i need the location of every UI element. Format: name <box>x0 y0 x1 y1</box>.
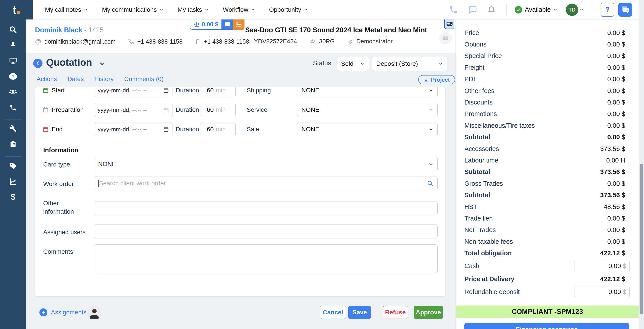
assigned-users-input[interactable] <box>94 224 438 238</box>
summary-row: Other fees0.00 $ <box>464 85 639 96</box>
amount-input[interactable]: 0.00$ <box>574 260 630 272</box>
logo-letter: t <box>12 3 16 16</box>
summary-label: Freight <box>464 64 484 71</box>
approve-button[interactable]: Approve <box>414 306 443 319</box>
client-chat-badge[interactable] <box>222 20 233 30</box>
summary-value: 373.56 $ <box>600 145 625 152</box>
cancel-button[interactable]: Cancel <box>320 306 346 319</box>
deposit-select[interactable]: Deposit (Store) <box>372 57 447 71</box>
summary-row: Subtotal0.00 $ <box>464 132 639 143</box>
search-icon[interactable] <box>0 25 26 34</box>
department-select[interactable]: NONE <box>297 122 438 136</box>
date-input[interactable]: yyyy-mm-dd, --:-- -- <box>94 87 173 98</box>
messages-icon[interactable] <box>468 5 477 14</box>
scrollbar-thumb[interactable] <box>640 164 643 314</box>
client-checklist-badge[interactable] <box>233 20 244 30</box>
project-badge[interactable]: Project <box>418 75 455 84</box>
financing-scenarios-button[interactable]: Financing scenarios <box>464 323 629 329</box>
date-input[interactable]: yyyy-mm-dd, --:-- -- <box>94 122 173 136</box>
tab-comments[interactable]: Comments (0) <box>124 76 164 82</box>
refuse-button[interactable]: Refuse <box>383 306 408 319</box>
calendar-icon <box>42 87 52 94</box>
app-logo[interactable]: t <box>0 0 33 20</box>
summary-value: 373.56 $ <box>600 168 625 176</box>
clients-icon[interactable] <box>0 87 26 97</box>
schedule-label: Preparation <box>52 106 94 113</box>
project-badge-label: Project <box>431 76 450 83</box>
other-information-input[interactable] <box>94 201 438 216</box>
duration-label: Duration <box>176 87 197 94</box>
save-button[interactable]: Save <box>348 306 371 319</box>
date-input[interactable]: yyyy-mm-dd, --:-- -- <box>94 103 173 117</box>
workstation-icon[interactable] <box>0 56 26 66</box>
duration-input[interactable]: 60min <box>200 122 236 136</box>
availability-toggle[interactable]: Available <box>515 6 558 14</box>
wrench-icon[interactable] <box>0 124 26 134</box>
notifications-icon[interactable] <box>487 5 496 14</box>
balance-badge[interactable]: 0.00 $ <box>190 20 222 30</box>
summary-value: 422.12 $ <box>600 250 625 257</box>
tab-actions[interactable]: Actions <box>36 76 57 82</box>
summary-label: Accessories <box>464 145 499 152</box>
menu-my-communications[interactable]: My communications <box>102 6 163 13</box>
phone-calls-icon[interactable] <box>449 5 458 14</box>
user-avatar[interactable]: TD <box>566 4 578 16</box>
menu-workflow[interactable]: Workflow <box>223 6 255 13</box>
compliance-banner: COMPLIANT -SPM123 <box>456 306 639 318</box>
comments-textarea[interactable] <box>94 244 438 273</box>
page-scrollbar[interactable] <box>639 0 644 329</box>
tab-dates[interactable]: Dates <box>68 76 84 82</box>
menu-my-call-notes[interactable]: My call notes <box>45 6 88 13</box>
client-mobile[interactable]: +1 438-838-1158 <box>204 38 249 45</box>
phone-icon[interactable] <box>0 103 26 112</box>
assignee-avatar[interactable] <box>88 306 101 320</box>
summary-label: Miscellaneous/Tire taxes <box>464 122 535 129</box>
quotation-form-card: Startyyyy-mm-dd, --:-- --Duration60minSh… <box>35 87 446 296</box>
client-email[interactable]: dominiknblack@gmail.com <box>44 38 116 45</box>
amount-input[interactable]: 0.00$ <box>574 286 630 298</box>
back-button[interactable] <box>33 59 42 68</box>
billing-icon[interactable]: $ <box>0 192 26 202</box>
add-assignment-icon[interactable]: + <box>40 308 48 316</box>
logo-dot <box>17 11 20 14</box>
menu-my-tasks[interactable]: My tasks <box>178 6 208 13</box>
assignments-control[interactable]: + Assignments <box>40 308 86 316</box>
work-order-search-input[interactable]: Search client work order <box>94 176 438 190</box>
summary-label: Subtotal <box>464 192 490 199</box>
duration-input[interactable]: 60min <box>200 103 236 117</box>
status-select[interactable]: Sold <box>337 57 369 71</box>
work-orders-icon[interactable] <box>0 139 26 149</box>
summary-value: 0.00 $ <box>607 134 625 141</box>
quotation-tabs: Actions Dates History Comments (0) <box>36 76 164 82</box>
tab-history[interactable]: History <box>94 76 114 82</box>
department-select[interactable]: NONE <box>297 103 438 117</box>
reports-icon[interactable] <box>0 177 26 186</box>
pin-icon[interactable] <box>0 40 26 50</box>
vehicle-photo-placeholder[interactable] <box>439 32 452 44</box>
menu-label: Opportunity <box>269 6 301 13</box>
summary-row: Labour time0.00 H <box>464 154 639 166</box>
menu-label: My communications <box>102 6 156 13</box>
help-button[interactable]: ? <box>600 3 614 16</box>
department-select[interactable]: NONE <box>297 87 438 98</box>
live-chat-button[interactable] <box>618 3 632 16</box>
mobile-icon <box>195 39 201 44</box>
client-badges: 0.00 $ <box>190 20 244 30</box>
payment-terminal-tab[interactable] <box>444 20 454 29</box>
menu-opportunity[interactable]: Opportunity <box>269 6 308 13</box>
card-type-select[interactable]: NONE <box>94 157 438 171</box>
title-chevron-icon[interactable] <box>99 60 106 68</box>
vehicle-specs: YDV82572E424 30RG Demonstrator <box>245 38 393 45</box>
summary-row: Refundable deposit0.00$ <box>464 285 639 299</box>
checklist-icon <box>236 21 242 28</box>
department-label: Sale <box>247 126 280 133</box>
duration-input[interactable]: 60min <box>200 87 236 98</box>
summary-label: Promotions <box>464 110 497 118</box>
client-name-link[interactable]: Dominik Black <box>35 26 82 34</box>
client-phone[interactable]: +1 438-838-1158 <box>137 38 182 45</box>
help-icon[interactable]: ? <box>0 72 26 81</box>
tag-icon[interactable] <box>0 161 26 171</box>
vehicle-title[interactable]: Sea-Doo GTI SE 170 Sound 2024 Ice Metal … <box>245 26 427 34</box>
user-menu-chevron-icon[interactable] <box>580 8 584 12</box>
button-divider <box>377 306 377 319</box>
